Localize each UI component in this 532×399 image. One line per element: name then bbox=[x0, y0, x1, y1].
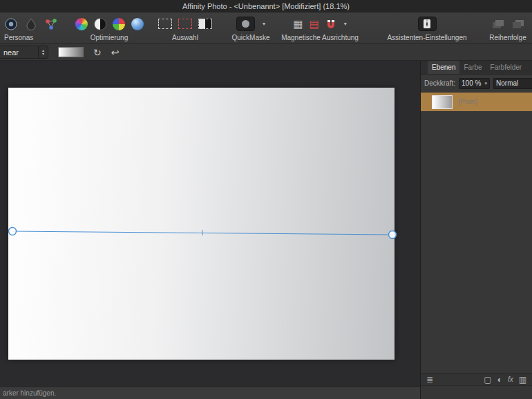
dropdown-arrow-icon: ▾ bbox=[485, 81, 488, 86]
opacity-value: 100 % bbox=[462, 79, 481, 87]
layer-row-pixel[interactable]: (Pixel) bbox=[421, 93, 532, 111]
layers-stack-icon[interactable]: ≣ bbox=[426, 376, 433, 384]
canvas-column: arker hinzufügen. bbox=[0, 61, 420, 399]
toolbar-group-personas: Personas bbox=[4, 14, 58, 41]
liquify-persona-icon[interactable] bbox=[24, 17, 38, 31]
toolbar-label-assistenten: Assistenten-Einstellungen bbox=[387, 34, 466, 41]
toolbar-group-optimierung: Optimierung bbox=[68, 14, 151, 41]
adjustment-icon[interactable]: ◐ bbox=[497, 376, 502, 384]
gradient-midpoint-handle[interactable] bbox=[202, 230, 203, 235]
marquee-red-selection-icon[interactable] bbox=[178, 19, 192, 29]
mask-icon[interactable]: ▢ bbox=[484, 376, 491, 384]
opacity-dropdown[interactable]: 100 % ▾ bbox=[459, 78, 490, 89]
workspace: arker hinzufügen. Ebenen Farbe Farbfelde… bbox=[0, 61, 532, 399]
stepper-down-icon: ▾ bbox=[42, 52, 44, 56]
marquee-selection-icon[interactable] bbox=[158, 19, 172, 29]
gradient-type-value: near bbox=[3, 48, 19, 57]
magnet-icon[interactable] bbox=[325, 19, 336, 30]
status-text: arker hinzufügen. bbox=[3, 389, 56, 397]
toolbar-group-reihenfolge: Reihenfolge bbox=[484, 14, 532, 41]
snapping-grid-icon[interactable]: ▦ bbox=[293, 19, 303, 29]
color-wheel-icon[interactable] bbox=[75, 18, 88, 30]
selection-pattern-icon[interactable] bbox=[198, 19, 212, 29]
duotone-icon[interactable] bbox=[94, 18, 106, 30]
gradient-swatch[interactable] bbox=[58, 47, 84, 57]
rotate-gradient-icon[interactable]: ↻ bbox=[93, 48, 102, 57]
affinity-photo-window: Affinity Photo - <Unbenannt> [Modifizier… bbox=[0, 0, 532, 399]
blend-mode-value: Normal bbox=[496, 79, 518, 87]
toolbar-label-magnetische: Magnetische Ausrichtung bbox=[281, 34, 359, 41]
layer-list: (Pixel) bbox=[421, 93, 532, 373]
color-segments-icon[interactable] bbox=[113, 18, 125, 30]
panel-footer bbox=[421, 385, 532, 399]
gradient-start-handle[interactable] bbox=[9, 228, 17, 235]
move-forward-icon[interactable] bbox=[491, 19, 505, 30]
export-persona-icon[interactable] bbox=[44, 17, 58, 31]
toolbar-group-assistenten: Assistenten-Einstellungen bbox=[379, 14, 475, 41]
tab-farbfelder[interactable]: Farbfelder bbox=[486, 61, 526, 74]
blue-sphere-icon[interactable] bbox=[131, 18, 144, 30]
snapping-dropdown-icon[interactable]: ▾ bbox=[344, 21, 347, 27]
layer-effects-icon[interactable]: fx bbox=[508, 376, 513, 383]
move-backward-icon[interactable] bbox=[511, 19, 525, 30]
toolbar-label-quickmaske: QuickMaske bbox=[231, 34, 269, 41]
status-bar: arker hinzufügen. bbox=[0, 387, 420, 399]
stepper-icon[interactable]: ▴ ▾ bbox=[38, 46, 48, 58]
tab-ebenen[interactable]: Ebenen bbox=[428, 61, 459, 74]
gradient-tool-overlay bbox=[0, 61, 420, 387]
main-toolbar: Personas Optimierung Auswahl ▾ bbox=[0, 12, 532, 44]
toolbar-label-optimierung: Optimierung bbox=[91, 34, 128, 41]
titlebar: Affinity Photo - <Unbenannt> [Modifizier… bbox=[0, 0, 532, 12]
layers-panel-toolbar: ≣ ▢ ◐ fx ▥ bbox=[421, 373, 532, 385]
studio-panel: Ebenen Farbe Farbfelder Deckkraft: 100 %… bbox=[420, 61, 532, 399]
tab-farbe[interactable]: Farbe bbox=[459, 61, 486, 74]
layer-name: (Pixel) bbox=[458, 98, 477, 106]
gradient-type-dropdown[interactable]: near ▴ ▾ bbox=[0, 46, 48, 59]
layer-options-row: Deckkraft: 100 % ▾ Normal bbox=[421, 75, 532, 93]
toolbar-label-auswahl: Auswahl bbox=[172, 34, 198, 41]
gradient-end-handle[interactable] bbox=[389, 231, 397, 239]
blend-mode-dropdown[interactable]: Normal bbox=[493, 78, 532, 89]
window-title: Affinity Photo - <Unbenannt> [Modifizier… bbox=[182, 2, 350, 10]
opacity-label: Deckkraft: bbox=[424, 79, 455, 87]
quickmask-icon[interactable] bbox=[236, 17, 255, 31]
toolbar-label-personas: Personas bbox=[4, 34, 33, 41]
toolbar-label-reihenfolge: Reihenfolge bbox=[489, 34, 526, 41]
photo-persona-icon[interactable] bbox=[4, 17, 18, 31]
assistant-settings-icon[interactable] bbox=[418, 17, 437, 31]
toolbar-group-quickmaske: ▾ QuickMaske bbox=[228, 14, 274, 41]
live-filter-icon[interactable]: ▥ bbox=[519, 376, 526, 384]
reverse-gradient-icon[interactable]: ↩ bbox=[111, 48, 120, 57]
context-toolbar: near ▴ ▾ ↻ ↩ bbox=[0, 44, 532, 61]
quickmask-dropdown-icon[interactable]: ▾ bbox=[263, 21, 265, 27]
toolbar-group-magnetische-ausrichtung: ▦ ▤ ▾ Magnetische Ausrichtung bbox=[278, 14, 362, 41]
layer-thumbnail bbox=[432, 95, 453, 109]
canvas-area[interactable] bbox=[0, 61, 420, 387]
studio-panel-tabs: Ebenen Farbe Farbfelder bbox=[421, 61, 532, 75]
toolbar-group-auswahl: Auswahl bbox=[153, 14, 217, 41]
snapping-candidates-icon[interactable]: ▤ bbox=[309, 19, 319, 29]
